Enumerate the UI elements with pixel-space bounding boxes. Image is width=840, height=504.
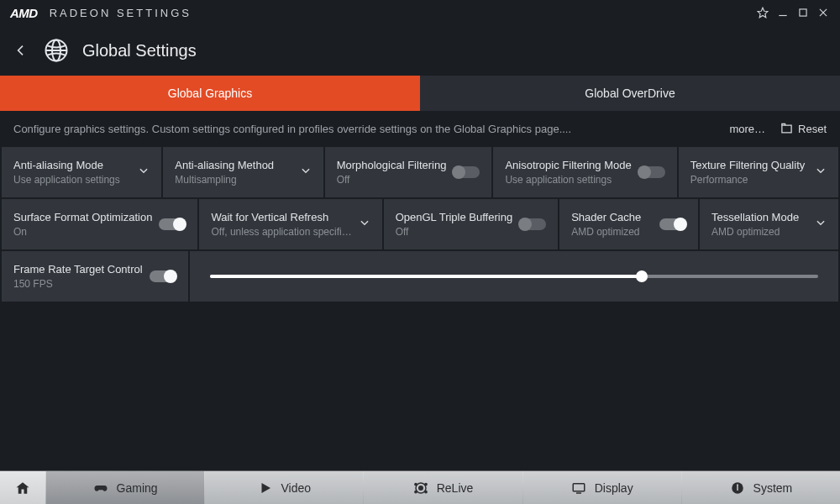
svg-point-15 — [425, 491, 427, 492]
reset-button[interactable]: Reset — [780, 123, 827, 135]
svg-marker-0 — [758, 8, 768, 18]
setting-value: 150 FPS — [13, 278, 143, 290]
toggle-frtc[interactable] — [150, 270, 176, 282]
frtc-slider-cell — [190, 251, 838, 302]
setting-title: Frame Rate Target Control — [13, 263, 143, 276]
setting-aa-method[interactable]: Anti-aliasing MethodMultisampling — [163, 147, 323, 197]
setting-surface-format[interactable]: Surface Format OptimizationOn — [2, 199, 197, 249]
nav-system[interactable]: System — [682, 471, 840, 504]
setting-value: Multisampling — [175, 174, 292, 186]
setting-triple-buffering[interactable]: OpenGL Triple BufferingOff — [384, 199, 558, 249]
setting-value: Off — [396, 226, 512, 238]
setting-title: Shader Cache — [571, 211, 653, 223]
tab-global-overdrive[interactable]: Global OverDrive — [420, 76, 840, 111]
svg-point-20 — [737, 484, 738, 486]
titlebar: AMD RADEON SETTINGS — [0, 0, 840, 25]
setting-tessellation[interactable]: Tessellation ModeAMD optimized — [700, 199, 838, 249]
setting-value: AMD optimized — [571, 226, 653, 238]
setting-title: Wait for Vertical Refresh — [211, 211, 351, 223]
minimize-icon[interactable] — [773, 3, 793, 23]
setting-vsync[interactable]: Wait for Vertical RefreshOff, unless app… — [199, 199, 381, 249]
setting-title: Morphological Filtering — [337, 159, 447, 171]
chevron-down-icon[interactable] — [300, 165, 312, 180]
nav-label: ReLive — [437, 481, 474, 495]
chevron-down-icon[interactable] — [815, 217, 827, 232]
amd-logo: AMD — [10, 6, 38, 20]
svg-marker-9 — [261, 483, 270, 493]
setting-value: Off — [337, 174, 447, 186]
tabs: Global Graphics Global OverDrive — [0, 76, 840, 111]
bottom-nav: Gaming Video ReLive Display System — [0, 470, 840, 504]
tab-global-graphics[interactable]: Global Graphics — [0, 76, 420, 111]
setting-value: Performance — [690, 174, 808, 186]
close-icon[interactable] — [813, 3, 833, 23]
setting-title: Tessellation Mode — [711, 211, 808, 223]
nav-video[interactable]: Video — [205, 471, 363, 504]
setting-morphological-filtering[interactable]: Morphological FilteringOff — [325, 147, 492, 197]
nav-label: System — [753, 481, 793, 495]
more-link[interactable]: more… — [729, 123, 765, 135]
svg-rect-2 — [800, 9, 806, 16]
svg-point-14 — [415, 491, 417, 492]
setting-value: Off, unless application specifi… — [211, 226, 351, 238]
page-header: Global Settings — [0, 25, 840, 76]
setting-texture-filtering[interactable]: Texture Filtering QualityPerformance — [679, 147, 838, 197]
setting-title: Anti-aliasing Mode — [13, 159, 131, 171]
chevron-down-icon[interactable] — [138, 165, 150, 180]
maximize-icon[interactable] — [793, 3, 813, 23]
chevron-down-icon[interactable] — [815, 165, 827, 180]
setting-value: Use application settings — [505, 174, 631, 186]
settings-grid: Anti-aliasing ModeUse application settin… — [0, 147, 840, 302]
star-icon[interactable] — [753, 3, 773, 23]
nav-home[interactable] — [0, 471, 45, 504]
setting-title: Anisotropic Filtering Mode — [505, 159, 631, 171]
toggle-surface-format[interactable] — [159, 218, 186, 230]
toggle-anisotropic[interactable] — [638, 166, 665, 178]
svg-rect-16 — [573, 483, 585, 491]
chevron-down-icon[interactable] — [359, 217, 370, 232]
setting-shader-cache[interactable]: Shader CacheAMD optimized — [559, 199, 698, 249]
setting-title: Surface Format Optimization — [13, 211, 152, 223]
setting-anisotropic-filtering[interactable]: Anisotropic Filtering ModeUse applicatio… — [493, 147, 676, 197]
nav-relive[interactable]: ReLive — [364, 471, 522, 504]
setting-frame-rate-target[interactable]: Frame Rate Target Control150 FPS — [2, 251, 188, 302]
description-text: Configure graphics settings. Custom sett… — [13, 123, 714, 135]
setting-value: Use application settings — [13, 174, 131, 186]
frtc-slider[interactable] — [210, 275, 818, 278]
nav-label: Display — [595, 481, 633, 495]
setting-title: Texture Filtering Quality — [690, 159, 808, 171]
back-button[interactable] — [12, 41, 30, 60]
nav-display[interactable]: Display — [523, 471, 681, 504]
slider-thumb[interactable] — [636, 270, 648, 282]
description-row: Configure graphics settings. Custom sett… — [0, 111, 840, 147]
reset-label: Reset — [798, 123, 827, 135]
nav-gaming[interactable]: Gaming — [46, 471, 204, 504]
svg-point-12 — [415, 483, 417, 485]
setting-value: AMD optimized — [711, 226, 808, 238]
nav-label: Video — [281, 481, 312, 495]
svg-rect-19 — [737, 485, 738, 491]
svg-point-13 — [425, 483, 427, 485]
toggle-triple-buffering[interactable] — [519, 218, 546, 230]
setting-aa-mode[interactable]: Anti-aliasing ModeUse application settin… — [2, 147, 161, 197]
svg-point-10 — [418, 486, 423, 490]
svg-rect-8 — [782, 125, 791, 133]
setting-title: OpenGL Triple Buffering — [396, 211, 512, 223]
app-title: RADEON SETTINGS — [50, 7, 192, 19]
globe-icon — [42, 36, 71, 65]
setting-title: Anti-aliasing Method — [175, 159, 292, 171]
toggle-shader-cache[interactable] — [659, 218, 686, 230]
setting-value: On — [13, 226, 152, 238]
nav-label: Gaming — [117, 481, 158, 495]
page-title: Global Settings — [82, 41, 197, 60]
toggle-morphological[interactable] — [453, 166, 480, 178]
